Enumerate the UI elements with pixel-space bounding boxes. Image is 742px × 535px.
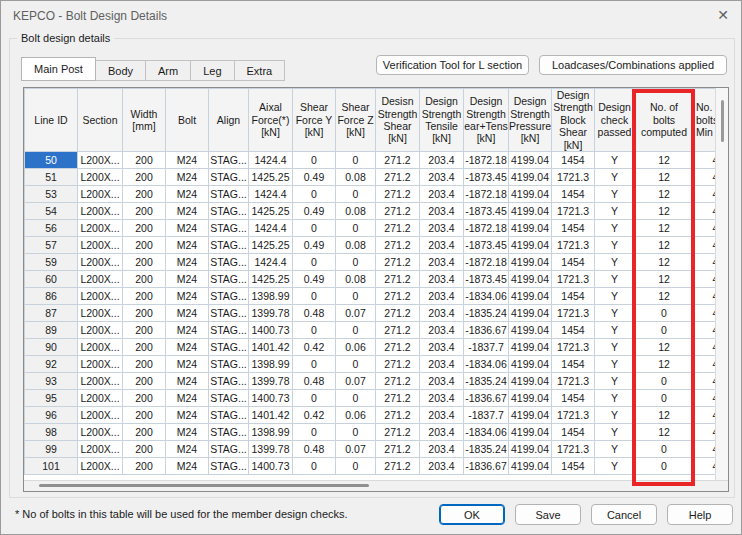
cell[interactable]: 0 [635, 457, 694, 474]
cell[interactable]: -1836.67 [464, 321, 509, 338]
line-id-cell[interactable]: 98 [25, 423, 78, 440]
cell[interactable]: L200X... [78, 321, 123, 338]
cell[interactable]: 4199.04 [509, 202, 552, 219]
cell[interactable]: M24 [166, 423, 209, 440]
column-header[interactable]: No. of bolts computed [635, 89, 694, 152]
cell[interactable]: L200X... [78, 440, 123, 457]
cell[interactable]: STAG... [209, 338, 249, 355]
cell[interactable]: 200 [123, 321, 166, 338]
cell[interactable]: 203.4 [420, 321, 464, 338]
cell[interactable]: 4 [694, 185, 716, 202]
line-id-cell[interactable]: 54 [25, 202, 78, 219]
cell[interactable]: Y [595, 338, 635, 355]
save-button[interactable]: Save [515, 504, 581, 525]
cell[interactable]: M24 [166, 236, 209, 253]
cell[interactable]: 1424.4 [249, 253, 293, 270]
cell[interactable]: STAG... [209, 202, 249, 219]
cell[interactable]: 1454 [552, 423, 595, 440]
cell[interactable]: 12 [635, 355, 694, 372]
cell[interactable]: 4199.04 [509, 253, 552, 270]
cell[interactable]: M24 [166, 253, 209, 270]
line-id-cell[interactable]: 60 [25, 270, 78, 287]
line-id-cell[interactable]: 56 [25, 219, 78, 236]
cell[interactable]: 4199.04 [509, 219, 552, 236]
cell[interactable]: 0.42 [293, 338, 336, 355]
cell[interactable]: L200X... [78, 236, 123, 253]
cell[interactable]: 271.2 [376, 423, 420, 440]
cell[interactable]: -1872.18 [464, 185, 509, 202]
cell[interactable]: 4 [694, 372, 716, 389]
cell[interactable]: 200 [123, 185, 166, 202]
cell[interactable]: 0 [635, 372, 694, 389]
cell[interactable]: 1425.25 [249, 270, 293, 287]
cell[interactable]: Y [595, 321, 635, 338]
cell[interactable]: L200X... [78, 389, 123, 406]
cell[interactable]: 12 [635, 253, 694, 270]
cell[interactable]: 1401.42 [249, 406, 293, 423]
cell[interactable]: M24 [166, 355, 209, 372]
cell[interactable]: -1834.06 [464, 355, 509, 372]
cell[interactable]: 203.4 [420, 304, 464, 321]
cell[interactable]: 1721.3 [552, 202, 595, 219]
cell[interactable]: 1425.25 [249, 236, 293, 253]
line-id-cell[interactable]: 86 [25, 287, 78, 304]
cell[interactable]: 0 [336, 457, 376, 474]
cell[interactable]: 4 [694, 287, 716, 304]
column-header[interactable]: Design Strength Pressure [kN] [509, 89, 552, 152]
cell[interactable]: 0.49 [293, 236, 336, 253]
cell[interactable]: 1454 [552, 355, 595, 372]
horizontal-scrollbar-thumb[interactable] [39, 484, 369, 487]
cell[interactable]: 200 [123, 406, 166, 423]
close-icon[interactable]: ✕ [717, 7, 729, 23]
cell[interactable]: -1834.06 [464, 423, 509, 440]
cell[interactable]: Y [595, 168, 635, 185]
cell[interactable]: 203.4 [420, 287, 464, 304]
cell[interactable]: 0 [336, 321, 376, 338]
cell[interactable]: Y [595, 457, 635, 474]
cell[interactable]: M24 [166, 389, 209, 406]
cell[interactable]: 0.06 [336, 406, 376, 423]
cell[interactable]: 1398.99 [249, 287, 293, 304]
tab-main-post[interactable]: Main Post [21, 57, 96, 81]
cell[interactable]: Y [595, 236, 635, 253]
cell[interactable]: M24 [166, 168, 209, 185]
cell[interactable]: Y [595, 202, 635, 219]
cell[interactable]: 4 [694, 304, 716, 321]
cell[interactable]: 0.08 [336, 168, 376, 185]
cell[interactable]: 4199.04 [509, 372, 552, 389]
cell[interactable]: 271.2 [376, 287, 420, 304]
cell[interactable]: Y [595, 287, 635, 304]
cell[interactable]: L200X... [78, 287, 123, 304]
cell[interactable]: 12 [635, 406, 694, 423]
cell[interactable]: 271.2 [376, 440, 420, 457]
cell[interactable]: 200 [123, 202, 166, 219]
column-header[interactable]: No. o bolts Min [694, 89, 716, 152]
cell[interactable]: 4199.04 [509, 321, 552, 338]
cell[interactable]: STAG... [209, 423, 249, 440]
cell[interactable]: 1721.3 [552, 304, 595, 321]
cell[interactable]: 0 [635, 321, 694, 338]
cell[interactable]: 271.2 [376, 202, 420, 219]
cell[interactable]: M24 [166, 287, 209, 304]
cell[interactable]: Y [595, 440, 635, 457]
cell[interactable]: 200 [123, 236, 166, 253]
cell[interactable]: 0 [336, 219, 376, 236]
column-header[interactable]: Design Strength Tensile [kN] [420, 89, 464, 152]
cell[interactable]: 200 [123, 168, 166, 185]
cell[interactable]: 0 [336, 185, 376, 202]
cell[interactable]: 200 [123, 372, 166, 389]
cell[interactable]: 4199.04 [509, 236, 552, 253]
cell[interactable]: 271.2 [376, 236, 420, 253]
cell[interactable]: 1721.3 [552, 338, 595, 355]
cell[interactable]: M24 [166, 440, 209, 457]
cell[interactable]: 0 [293, 253, 336, 270]
cell[interactable]: STAG... [209, 440, 249, 457]
cell[interactable]: -1873.45 [464, 236, 509, 253]
cell[interactable]: 0.48 [293, 440, 336, 457]
cell[interactable]: 1454 [552, 253, 595, 270]
cell[interactable]: 0.42 [293, 406, 336, 423]
line-id-cell[interactable]: 95 [25, 389, 78, 406]
cell[interactable]: Y [595, 423, 635, 440]
cell[interactable]: L200X... [78, 355, 123, 372]
cell[interactable]: 0 [293, 389, 336, 406]
